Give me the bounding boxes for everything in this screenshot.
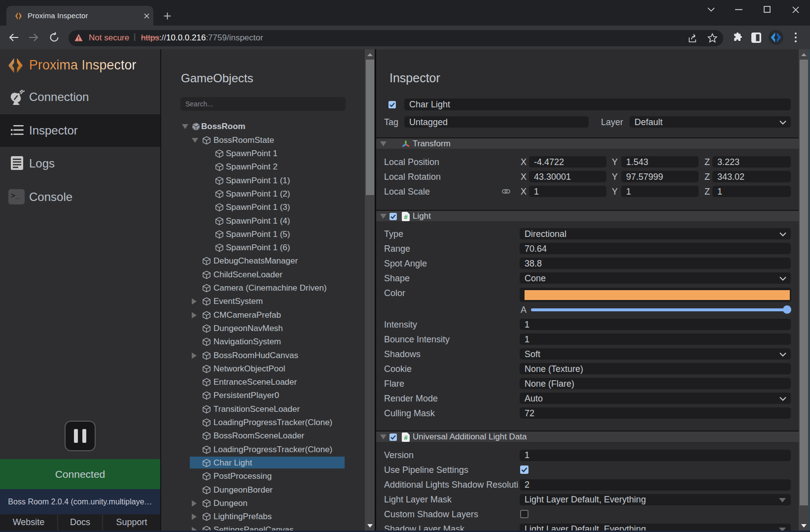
svg-text:#: # (404, 213, 408, 221)
svg-text:#: # (404, 434, 408, 441)
